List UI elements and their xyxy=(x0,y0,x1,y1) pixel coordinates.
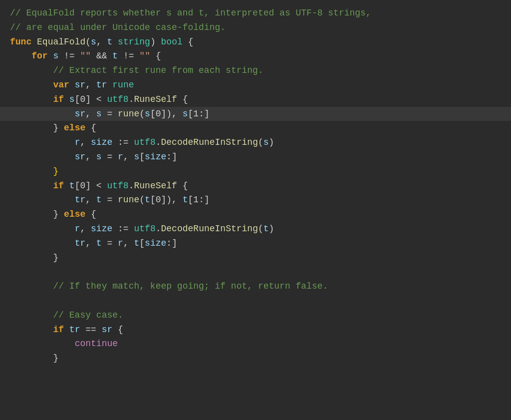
code-token: { xyxy=(183,35,194,49)
code-token: t xyxy=(134,236,139,251)
code-token: ( xyxy=(139,193,145,207)
code-token: t xyxy=(263,222,269,236)
code-token: // Extract first rune from each string. xyxy=(53,63,263,78)
code-token: t xyxy=(145,193,150,207)
code-token: :] xyxy=(166,150,177,164)
code-token: , xyxy=(85,236,96,251)
code-token: == xyxy=(80,323,101,337)
code-token: && xyxy=(91,49,112,63)
code-token: // are equal under Unicode case-folding. xyxy=(10,20,226,35)
code-token: [0]), xyxy=(150,193,183,207)
code-token: { xyxy=(150,49,161,63)
code-token: sr xyxy=(102,323,113,337)
code-token: , xyxy=(80,135,91,150)
code-token: := xyxy=(112,135,134,150)
code-token: } xyxy=(10,121,64,135)
code-token: . xyxy=(156,222,161,236)
code-token: [0]), xyxy=(150,107,183,121)
code-token: t xyxy=(69,179,75,193)
code-token xyxy=(64,179,69,193)
code-token: string xyxy=(118,35,150,49)
code-token: var xyxy=(53,78,69,92)
code-token: } xyxy=(10,251,58,265)
code-token: , xyxy=(85,150,96,164)
code-token: bool xyxy=(161,35,183,49)
code-token: = xyxy=(102,107,118,121)
code-token xyxy=(64,323,69,337)
code-token: , xyxy=(123,150,134,164)
code-line: } else { xyxy=(0,121,511,135)
code-token: ) xyxy=(269,222,274,236)
code-token: utf8 xyxy=(107,179,128,193)
code-token: , xyxy=(80,222,91,236)
code-token: utf8 xyxy=(134,222,155,236)
code-token xyxy=(10,337,75,351)
code-token: [0] < xyxy=(75,179,107,193)
code-token: "" xyxy=(139,49,150,63)
code-token: EqualFold xyxy=(37,35,85,49)
code-token: DecodeRuneInString xyxy=(161,222,258,236)
code-token: r xyxy=(75,222,80,236)
code-token: continue xyxy=(75,337,118,351)
code-token: size xyxy=(91,222,112,236)
code-token: ( xyxy=(258,222,263,236)
code-token: , xyxy=(85,193,96,207)
code-token: [1:] xyxy=(188,193,210,207)
code-token: ) xyxy=(269,135,274,150)
code-token: != xyxy=(118,49,139,63)
code-token: ) xyxy=(150,35,161,49)
code-token: r xyxy=(75,135,80,150)
code-token: = xyxy=(102,193,118,207)
code-token: ( xyxy=(258,135,263,150)
code-token xyxy=(10,222,75,236)
code-token: = xyxy=(102,236,118,251)
code-token: if xyxy=(53,323,64,337)
code-token: sr xyxy=(75,107,86,121)
code-line: if tr == sr { xyxy=(0,323,511,337)
code-token: . xyxy=(129,92,134,107)
code-token: t xyxy=(112,49,118,63)
code-token: } xyxy=(10,207,64,222)
code-token: [1:] xyxy=(188,107,210,121)
code-token: r xyxy=(118,150,123,164)
code-token: s xyxy=(91,35,96,49)
code-token xyxy=(10,236,75,251)
code-token xyxy=(10,193,75,207)
code-token: sr xyxy=(75,150,86,164)
code-token: { xyxy=(177,179,188,193)
code-token xyxy=(31,35,37,49)
code-line: for s != "" && t != "" { xyxy=(0,49,511,63)
code-line: } xyxy=(0,164,511,179)
code-token xyxy=(112,35,118,49)
code-token: ( xyxy=(85,35,91,49)
code-token: size xyxy=(91,135,112,150)
code-line xyxy=(0,294,511,308)
code-token: // Easy case. xyxy=(10,308,123,323)
code-token: t xyxy=(183,193,188,207)
code-line: tr, t = rune(t[0]), t[1:] xyxy=(0,193,511,207)
code-editor: // EqualFold reports whether s and t, in… xyxy=(0,0,511,420)
code-line: } else { xyxy=(0,207,511,222)
code-token: s xyxy=(96,150,102,164)
code-token: ( xyxy=(139,107,145,121)
code-token xyxy=(10,78,53,92)
code-token: s xyxy=(96,107,102,121)
code-token: else xyxy=(64,207,85,222)
code-token: rune xyxy=(118,107,139,121)
code-token: } xyxy=(10,351,58,366)
code-token: = xyxy=(102,150,118,164)
code-token: else xyxy=(64,121,85,135)
code-line: // Easy case. xyxy=(0,308,511,323)
code-token: s xyxy=(69,92,75,107)
code-line: func EqualFold(s, t string) bool { xyxy=(0,35,511,49)
code-token: } xyxy=(10,164,58,179)
code-token: RuneSelf xyxy=(134,179,177,193)
code-token xyxy=(10,107,75,121)
code-token: , xyxy=(96,35,107,49)
code-token: s xyxy=(263,135,269,150)
code-line xyxy=(0,265,511,279)
code-line: // are equal under Unicode case-folding. xyxy=(0,20,511,35)
code-token: utf8 xyxy=(134,135,155,150)
code-token: tr xyxy=(75,193,86,207)
code-token xyxy=(10,63,53,78)
